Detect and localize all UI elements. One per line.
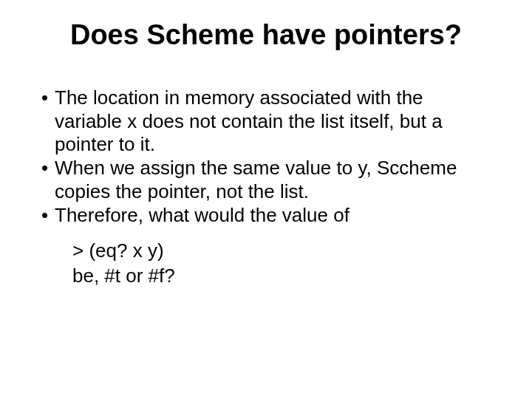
code-block: > (eq? x y) be, #t or #f?	[72, 239, 495, 288]
bullet-item: • Therefore, what would the value of	[41, 204, 495, 228]
bullet-text: When we assign the same value to y, Scch…	[55, 157, 495, 203]
code-line: be, #t or #f?	[72, 264, 495, 288]
bullet-item: • When we assign the same value to y, Sc…	[41, 157, 495, 203]
bullet-dot-icon: •	[41, 86, 55, 110]
bullet-list: • The location in memory associated with…	[41, 86, 495, 227]
code-line: > (eq? x y)	[72, 239, 495, 263]
bullet-dot-icon: •	[41, 204, 55, 228]
slide-title: Does Scheme have pointers?	[37, 19, 495, 51]
bullet-item: • The location in memory associated with…	[41, 86, 495, 157]
slide: Does Scheme have pointers? • The locatio…	[0, 0, 532, 399]
bullet-text: Therefore, what would the value of	[55, 204, 495, 228]
bullet-text: The location in memory associated with t…	[55, 86, 495, 157]
bullet-dot-icon: •	[41, 157, 55, 180]
